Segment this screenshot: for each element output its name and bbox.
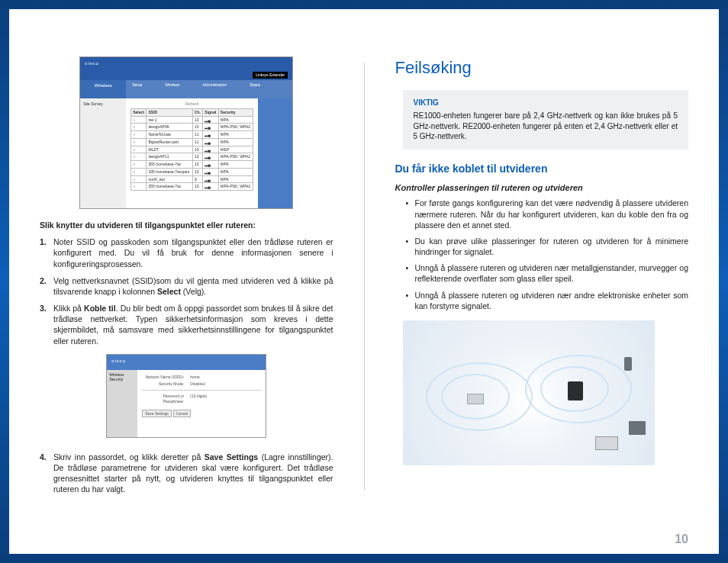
- col-ch: Ch.: [192, 108, 202, 116]
- k-ssid: Network Name (SSID):: [142, 375, 184, 380]
- italic-heading: Kontroller plasseringen til ruteren og u…: [395, 182, 689, 194]
- table-row: ○MLDT13▂▄WEP: [131, 146, 253, 153]
- col-select: Select: [131, 108, 147, 116]
- step-item: Klikk på Koble til. Du blir bedt om å op…: [53, 303, 333, 346]
- col-signal: Signal: [203, 108, 219, 116]
- table-row: ○355 homebase-7ac13▂▄WPA: [131, 161, 253, 169]
- ss2-side: Wireless Security: [107, 370, 137, 437]
- bullet-item: Du kan prøve ulike plasseringer for rute…: [415, 236, 689, 257]
- column-divider: [364, 63, 365, 490]
- tab-status: Status: [250, 82, 260, 88]
- right-column: Feilsøking Viktig RE1000-enheten fungere…: [395, 56, 689, 536]
- tab-admin: Administration: [203, 82, 227, 88]
- extender-icon: [568, 381, 583, 401]
- tab-wireless: Wireless: [165, 82, 179, 88]
- tab-wireless-label: Wireless: [80, 80, 126, 98]
- cisco-logo: cisco: [85, 60, 99, 66]
- screenshot-wireless-security: cisco Wireless Security Network Name (SS…: [106, 354, 266, 438]
- bullet-item: Unngå å plassere ruteren og utvideren næ…: [415, 262, 689, 284]
- table-row: ○north_red9▂▄WPA: [131, 175, 253, 183]
- important-callout: Viktig RE1000-enheten fungerer bare på 2…: [403, 90, 689, 150]
- k-mode: Security Mode:: [142, 381, 184, 387]
- step-item: Velg nettverksnavnet (SSID)som du vil gj…: [53, 275, 333, 297]
- title-feilsoking: Feilsøking: [395, 56, 689, 79]
- tab-setup: Setup: [132, 82, 142, 88]
- page-number: 10: [675, 532, 688, 546]
- k-pass: Password or Passphrase:: [142, 394, 184, 404]
- table-row: ○net 113▂▄WPA: [131, 116, 253, 124]
- btn-cancel: Cancel: [173, 410, 192, 418]
- step-item: Skriv inn passordet, og klikk deretter p…: [53, 452, 333, 495]
- product-badge: Linksys Extender: [253, 72, 288, 79]
- bullet-item: For første gangs konfigurering kan det v…: [415, 198, 689, 230]
- bullet-item: Unngå å plassere ruteren og utvideren næ…: [415, 290, 689, 311]
- v-mode: Disabled: [190, 381, 205, 387]
- laptop-icon: [595, 436, 618, 450]
- callout-body: RE1000-enheten fungerer bare på 2,4 GHz-…: [414, 111, 678, 142]
- phone-icon: [624, 357, 632, 371]
- btn-save: Save Settings: [142, 410, 172, 418]
- v-pass: (13 digits): [190, 394, 207, 404]
- side-label: Site Survey: [80, 98, 126, 208]
- refresh-button: Refresh: [185, 101, 199, 106]
- screenshot-site-survey: cisco Linksys Extender Wireless Setup Wi…: [79, 56, 293, 209]
- col-security: Security: [218, 108, 253, 116]
- table-row: ○BignetRouter-part11▂▄WPA: [131, 138, 253, 146]
- networks-table: Select SSID Ch. Signal Security ○net 113…: [130, 108, 253, 191]
- printer-icon: [629, 421, 646, 435]
- table-row: ○355 homebase-7ac13▂▄WPA-PSK, WPA2: [131, 183, 253, 191]
- table-row: ○NameToGate11▂▄WPA: [131, 131, 253, 139]
- sub-heading: Du får ikke koblet til utvideren: [395, 162, 689, 176]
- left-heading: Slik knytter du utvideren til tilgangspu…: [40, 220, 333, 230]
- placement-illustration: [403, 320, 655, 465]
- router-icon: [467, 394, 484, 404]
- left-column: cisco Linksys Extender Wireless Setup Wi…: [40, 56, 333, 536]
- table-row: ○designAP9913▂▄WPA-PSK, WPA2: [131, 124, 253, 131]
- table-row: ○335 homebase-7acopen13▂▄WPA: [131, 168, 253, 175]
- callout-heading: Viktig: [414, 98, 678, 108]
- step-item: Noter SSID og passkoden som tilgangspunk…: [53, 236, 333, 269]
- table-row: ○designAP1113▂▄WPA-PSK, WPA2: [131, 153, 253, 161]
- cisco-logo-2: cisco: [111, 358, 126, 364]
- col-ssid: SSID: [147, 108, 192, 116]
- v-ssid: home: [190, 375, 200, 380]
